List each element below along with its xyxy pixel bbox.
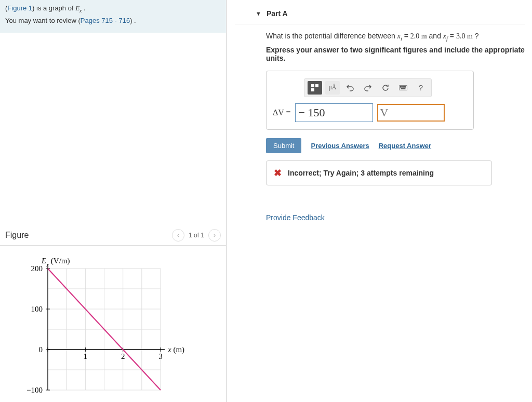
provide-feedback-link[interactable]: Provide Feedback bbox=[266, 213, 525, 222]
submit-button[interactable]: Submit bbox=[266, 138, 301, 153]
svg-text:100: 100 bbox=[31, 305, 43, 313]
svg-text:200: 200 bbox=[31, 264, 43, 273]
svg-text:x (m): x (m) bbox=[167, 345, 184, 354]
question-text: What is the potential difference between… bbox=[266, 32, 525, 42]
svg-text:−100: −100 bbox=[26, 386, 43, 394]
q-suffix: ? bbox=[473, 32, 479, 40]
value-input[interactable]: − 150 bbox=[295, 103, 373, 122]
svg-rect-34 bbox=[315, 84, 318, 87]
svg-rect-38 bbox=[402, 86, 403, 87]
caret-down-icon: ▼ bbox=[256, 10, 261, 17]
figure-header: Figure ‹ 1 of 1 › bbox=[0, 225, 226, 246]
svg-rect-37 bbox=[400, 86, 401, 87]
figure-link[interactable]: Figure 1 bbox=[7, 4, 32, 12]
svg-text:3: 3 bbox=[158, 352, 163, 360]
svg-rect-42 bbox=[401, 88, 405, 89]
svg-text:Ex (V/m): Ex (V/m) bbox=[41, 257, 70, 267]
answer-input-row: ΔV = − 150 V bbox=[273, 103, 467, 122]
part-header[interactable]: ▼ Part A bbox=[235, 0, 525, 24]
help-button[interactable]: ? bbox=[414, 81, 428, 95]
unit-placeholder: V bbox=[380, 106, 389, 119]
figure-title: Figure bbox=[5, 231, 29, 240]
figure-prev-button[interactable]: ‹ bbox=[172, 229, 184, 242]
answer-toolbar: μÅ ? bbox=[304, 78, 432, 97]
answer-box: μÅ ? ΔV = − 150 V bbox=[266, 71, 474, 130]
request-answer-link[interactable]: Request Answer bbox=[379, 142, 431, 150]
feedback-box: ✖ Incorrect; Try Again; 3 attempts remai… bbox=[266, 160, 492, 185]
units-button[interactable]: μÅ bbox=[325, 81, 340, 95]
keyboard-icon[interactable] bbox=[396, 81, 410, 95]
svg-rect-40 bbox=[404, 86, 405, 87]
figure-body: 123−1000100200Ex (V/m)x (m) bbox=[0, 246, 226, 402]
left-pane: (Figure 1) is a graph of Ex . You may wa… bbox=[0, 0, 227, 402]
svg-rect-39 bbox=[403, 86, 404, 87]
previous-answers-link[interactable]: Previous Answers bbox=[311, 142, 369, 150]
incorrect-icon: ✖ bbox=[274, 167, 282, 179]
svg-rect-41 bbox=[405, 86, 406, 87]
right-pane: ▼ Part A What is the potential differenc… bbox=[228, 0, 532, 402]
redo-icon[interactable] bbox=[361, 81, 375, 95]
intro-text: ) is a graph of bbox=[32, 4, 75, 12]
svg-text:2: 2 bbox=[121, 352, 125, 360]
svg-rect-35 bbox=[311, 88, 314, 91]
xi-val: 2.0 m bbox=[410, 32, 427, 40]
xi-symbol: xi bbox=[397, 32, 402, 40]
reset-icon[interactable] bbox=[378, 81, 393, 95]
deltaV-label: ΔV = bbox=[273, 108, 291, 117]
figure-next-button[interactable]: › bbox=[208, 229, 221, 242]
part-title: Part A bbox=[267, 9, 288, 18]
part-body: What is the potential difference between… bbox=[235, 24, 525, 222]
pages-link[interactable]: Pages 715 - 716 bbox=[81, 17, 130, 24]
svg-rect-33 bbox=[311, 84, 314, 87]
templates-icon[interactable] bbox=[308, 81, 322, 95]
intro-text2: You may want to review ( bbox=[5, 17, 81, 24]
intro-line1: (Figure 1) is a graph of Ex . bbox=[5, 3, 221, 15]
xf-symbol: xf bbox=[443, 32, 448, 40]
svg-text:1: 1 bbox=[84, 352, 88, 360]
undo-icon[interactable] bbox=[343, 81, 357, 95]
submit-row: Submit Previous Answers Request Answer bbox=[266, 138, 525, 153]
figure-nav-text: 1 of 1 bbox=[189, 232, 204, 239]
intro-box: (Figure 1) is a graph of Ex . You may wa… bbox=[0, 0, 226, 33]
intro-line2: You may want to review (Pages 715 - 716)… bbox=[5, 15, 221, 26]
svg-rect-36 bbox=[399, 85, 407, 90]
q-prefix: What is the potential difference between bbox=[266, 32, 397, 40]
unit-input[interactable]: V bbox=[377, 104, 445, 122]
feedback-text: Incorrect; Try Again; 3 attempts remaini… bbox=[288, 169, 434, 177]
svg-text:0: 0 bbox=[39, 345, 43, 354]
and-text: and bbox=[427, 32, 443, 40]
xf-val: 3.0 m bbox=[456, 32, 473, 40]
question-instruction: Express your answer to two significant f… bbox=[266, 46, 525, 62]
intro-text3: ) . bbox=[130, 17, 136, 24]
chart-svg: 123−1000100200Ex (V/m)x (m) bbox=[18, 255, 189, 400]
figure-nav: ‹ 1 of 1 › bbox=[172, 229, 221, 242]
Ex-symbol: Ex bbox=[75, 4, 82, 12]
